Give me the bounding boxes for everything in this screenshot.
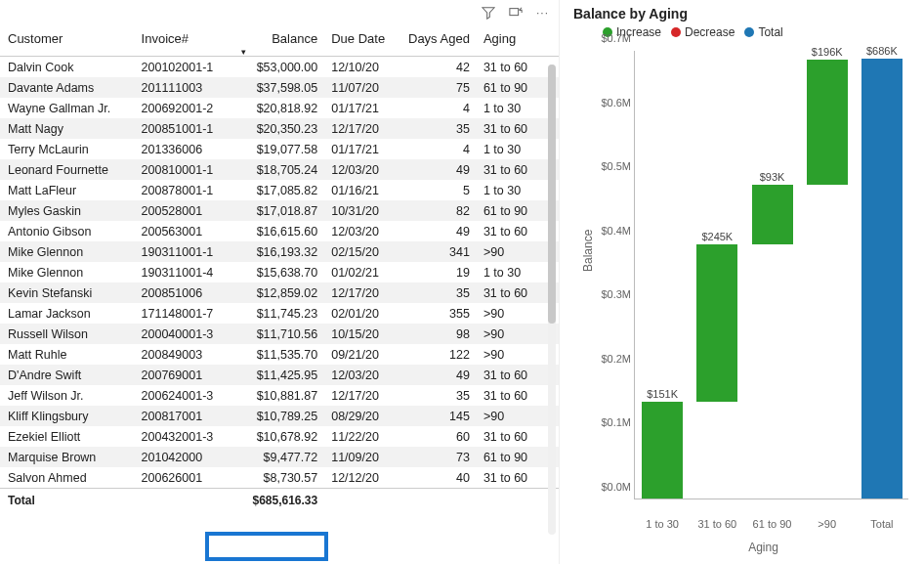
cell-aging: 31 to 60 xyxy=(480,282,559,303)
col-header-aging[interactable]: Aging xyxy=(480,25,559,57)
focus-mode-icon[interactable] xyxy=(509,6,523,20)
cell-duedate: 10/15/20 xyxy=(327,324,403,344)
table-row[interactable]: Matt Nagy200851001-1$20,350.2312/17/2035… xyxy=(0,118,559,139)
table-row[interactable]: Myles Gaskin200528001$17,018.8710/31/208… xyxy=(0,200,559,221)
col-header-balance[interactable]: Balance xyxy=(237,25,327,57)
balance-by-aging-chart[interactable]: Balance by Aging Increase Decrease Total… xyxy=(560,0,924,564)
table-row[interactable]: Kevin Stefanski200851006$12,859.0212/17/… xyxy=(0,282,559,303)
cell-aging: 1 to 30 xyxy=(480,98,559,118)
cell-invoice: 200624001-3 xyxy=(138,385,238,406)
highlight-box xyxy=(205,532,328,561)
col-header-daysaged[interactable]: Days Aged xyxy=(403,25,480,57)
table-row[interactable]: Jeff Wilson Jr.200624001-3$10,881.8712/1… xyxy=(0,385,559,406)
table-row[interactable]: Mike Glennon190311001-1$16,193.3202/15/2… xyxy=(0,241,559,262)
table-scrollbar[interactable] xyxy=(548,65,556,535)
cell-balance: $16,193.32 xyxy=(237,241,327,262)
chart-bar[interactable] xyxy=(752,185,793,244)
table-row[interactable]: Wayne Gallman Jr.200692001-2$20,818.9201… xyxy=(0,98,559,118)
cell-duedate: 12/12/20 xyxy=(327,467,403,489)
col-header-customer[interactable]: Customer xyxy=(0,25,138,57)
cell-invoice: 200769001 xyxy=(138,365,238,385)
cell-customer: Mike Glennon xyxy=(0,241,138,262)
cell-duedate: 12/03/20 xyxy=(327,365,403,385)
cell-invoice: 200626001 xyxy=(138,467,238,489)
col-header-invoice[interactable]: Invoice# xyxy=(138,25,238,57)
cell-duedate: 01/02/21 xyxy=(327,262,403,282)
legend-decrease[interactable]: Decrease xyxy=(671,25,735,39)
chart-bar[interactable] xyxy=(807,60,848,186)
cell-daysaged: 73 xyxy=(403,447,480,467)
cell-duedate: 12/17/20 xyxy=(327,282,403,303)
cell-customer: Kliff Klingsbury xyxy=(0,406,138,426)
filter-icon[interactable] xyxy=(482,6,495,20)
table-row[interactable]: Ezekiel Elliott200432001-3$10,678.9211/2… xyxy=(0,426,559,447)
legend-label-total: Total xyxy=(758,25,782,39)
legend-total[interactable]: Total xyxy=(744,25,782,39)
cell-daysaged: 49 xyxy=(403,159,480,180)
cell-aging: 61 to 90 xyxy=(480,77,559,98)
cell-daysaged: 40 xyxy=(403,467,480,489)
table-row[interactable]: Dalvin Cook200102001-1$53,000.0012/10/20… xyxy=(0,57,559,78)
cell-invoice: 200040001-3 xyxy=(138,324,238,344)
cell-invoice: 200810001-1 xyxy=(138,159,238,180)
cell-invoice: 200851001-1 xyxy=(138,118,238,139)
table-row[interactable]: Mike Glennon190311001-4$15,638.7001/02/2… xyxy=(0,262,559,282)
table-row[interactable]: Antonio Gibson200563001$16,615.6012/03/2… xyxy=(0,221,559,241)
legend-label-decrease: Decrease xyxy=(685,25,735,39)
bar-value-label: $93K xyxy=(743,171,802,183)
cell-aging: 31 to 60 xyxy=(480,57,559,78)
visual-toolbar: ··· xyxy=(0,0,559,25)
table-row[interactable]: Kliff Klingsbury200817001$10,789.2508/29… xyxy=(0,406,559,426)
table-row[interactable]: Matt LaFleur200878001-1$17,085.8201/16/2… xyxy=(0,180,559,200)
cell-daysaged: 35 xyxy=(403,118,480,139)
chart-bar[interactable] xyxy=(861,59,903,499)
cell-aging: 31 to 60 xyxy=(480,385,559,406)
cell-duedate: 01/16/21 xyxy=(327,180,403,200)
cell-invoice: 171148001-7 xyxy=(138,303,238,324)
cell-customer: Russell Wilson xyxy=(0,324,138,344)
col-header-duedate[interactable]: Due Date xyxy=(327,25,403,57)
scrollbar-thumb[interactable] xyxy=(548,65,556,324)
cell-daysaged: 49 xyxy=(403,221,480,241)
table-row[interactable]: Terry McLaurin201336006$19,077.5801/17/2… xyxy=(0,139,559,159)
cell-customer: Ezekiel Elliott xyxy=(0,426,138,447)
cell-duedate: 09/21/20 xyxy=(327,344,403,365)
y-axis-label: Balance xyxy=(581,229,595,271)
legend-dot-decrease xyxy=(671,27,681,37)
cell-aging: >90 xyxy=(480,406,559,426)
chart-bar[interactable] xyxy=(642,402,683,499)
cell-balance: $12,859.02 xyxy=(237,282,327,303)
cell-aging: >90 xyxy=(480,303,559,324)
cell-invoice: 200563001 xyxy=(138,221,238,241)
cell-balance: $18,705.24 xyxy=(237,159,327,180)
cell-daysaged: 355 xyxy=(403,303,480,324)
cell-invoice: 200849003 xyxy=(138,344,238,365)
x-tick: Total xyxy=(856,518,908,530)
aging-table[interactable]: Customer Invoice# Balance Due Date Days … xyxy=(0,25,559,512)
table-header-row: Customer Invoice# Balance Due Date Days … xyxy=(0,25,559,57)
cell-balance: $9,477.72 xyxy=(237,447,327,467)
cell-invoice: 201042000 xyxy=(138,447,238,467)
table-row[interactable]: Russell Wilson200040001-3$11,710.5610/15… xyxy=(0,324,559,344)
y-tick: $0.7M xyxy=(596,32,631,44)
more-options-icon[interactable]: ··· xyxy=(536,6,549,20)
y-tick: $0.4M xyxy=(596,225,631,237)
y-tick: $0.2M xyxy=(596,353,631,365)
table-row[interactable]: Matt Ruhle200849003$11,535.7009/21/20122… xyxy=(0,344,559,365)
cell-balance: $19,077.58 xyxy=(237,139,327,159)
cell-duedate: 12/17/20 xyxy=(327,118,403,139)
cell-customer: Mike Glennon xyxy=(0,262,138,282)
table-row[interactable]: Marquise Brown201042000$9,477.7211/09/20… xyxy=(0,447,559,467)
chart-bar[interactable] xyxy=(696,244,737,402)
table-row[interactable]: Davante Adams201111003$37,598.0511/07/20… xyxy=(0,77,559,98)
table-row[interactable]: Leonard Fournette200810001-1$18,705.2412… xyxy=(0,159,559,180)
cell-balance: $53,000.00 xyxy=(237,57,327,78)
table-row[interactable]: Salvon Ahmed200626001$8,730.5712/12/2040… xyxy=(0,467,559,489)
cell-aging: 31 to 60 xyxy=(480,221,559,241)
bar-value-label: $196K xyxy=(798,46,857,58)
cell-daysaged: 122 xyxy=(403,344,480,365)
cell-customer: Salvon Ahmed xyxy=(0,467,138,489)
cell-daysaged: 19 xyxy=(403,262,480,282)
table-row[interactable]: D'Andre Swift200769001$11,425.9512/03/20… xyxy=(0,365,559,385)
table-row[interactable]: Lamar Jackson171148001-7$11,745.2302/01/… xyxy=(0,303,559,324)
